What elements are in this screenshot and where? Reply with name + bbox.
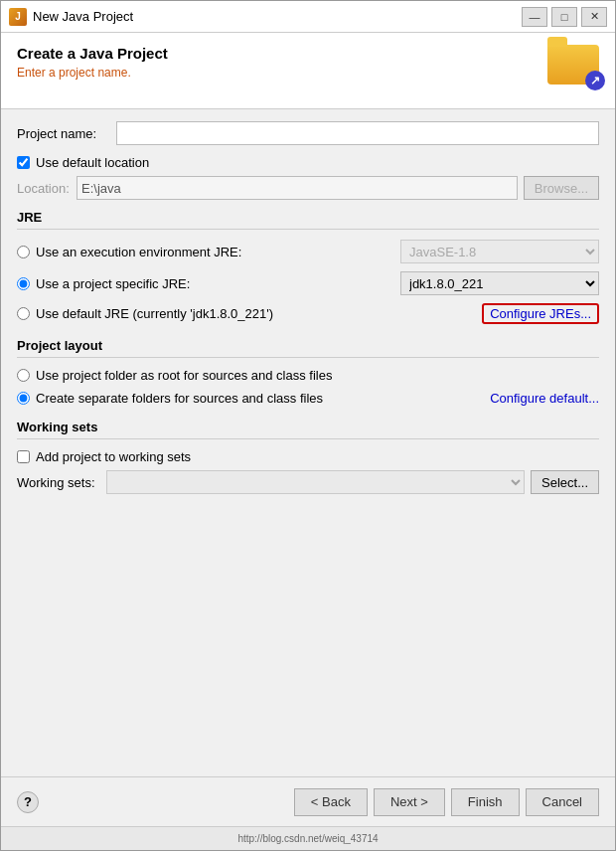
back-button[interactable]: < Back: [294, 788, 368, 816]
jre-option1-radio[interactable]: [17, 246, 30, 258]
next-button[interactable]: Next >: [374, 788, 445, 816]
cancel-button[interactable]: Cancel: [526, 788, 599, 816]
location-label: Location:: [17, 181, 77, 196]
maximize-button[interactable]: □: [551, 7, 577, 27]
close-button[interactable]: ✕: [581, 7, 607, 27]
dialog-header: Create a Java Project Enter a project na…: [1, 33, 615, 109]
project-name-input[interactable]: [116, 121, 599, 145]
dialog-title: Create a Java Project: [17, 45, 168, 62]
project-name-label: Project name:: [17, 126, 116, 141]
project-layout-header: Project layout: [17, 338, 599, 358]
dialog-content: Project name: Use default location Locat…: [1, 109, 615, 776]
jre-option1-label: Use an execution environment JRE:: [36, 245, 241, 259]
location-row: Location: Browse...: [17, 176, 599, 200]
project-layout-section: Project layout Use project folder as roo…: [17, 338, 599, 406]
minimize-button[interactable]: —: [522, 7, 547, 27]
jre-option2-select[interactable]: jdk1.8.0_221: [400, 271, 599, 295]
layout-option1-row: Use project folder as root for sources a…: [17, 368, 599, 383]
window-title: New Java Project: [33, 9, 522, 24]
browse-button[interactable]: Browse...: [524, 176, 599, 200]
add-working-sets-label: Add project to working sets: [36, 449, 191, 464]
add-working-sets-checkbox[interactable]: [17, 450, 30, 463]
footer-left: ?: [17, 791, 39, 813]
jre-option2-label: Use a project specific JRE:: [36, 276, 190, 291]
layout-option1-radio[interactable]: [17, 369, 30, 382]
layout-option1-label: Use project folder as root for sources a…: [36, 368, 332, 383]
jre-option2-radio[interactable]: [17, 277, 30, 290]
footer-buttons: < Back Next > Finish Cancel: [294, 788, 599, 816]
dialog-subtitle: Enter a project name.: [17, 66, 168, 80]
use-default-location-checkbox[interactable]: [17, 156, 30, 169]
jre-section: JRE Use an execution environment JRE: Ja…: [17, 210, 599, 324]
jre-option2-row: Use a project specific JRE: jdk1.8.0_221: [17, 271, 599, 295]
working-sets-section: Working sets Add project to working sets…: [17, 420, 599, 494]
jre-option1-select[interactable]: JavaSE-1.8: [400, 240, 599, 263]
working-sets-select-button[interactable]: Select...: [531, 470, 599, 494]
dialog-footer: ? < Back Next > Finish Cancel: [1, 776, 615, 826]
add-working-sets-row: Add project to working sets: [17, 449, 599, 464]
header-icon: ↗: [547, 45, 599, 96]
working-sets-header: Working sets: [17, 420, 599, 439]
jre-option3-row: Use default JRE (currently 'jdk1.8.0_221…: [17, 303, 599, 324]
title-bar: J New Java Project — □ ✕: [1, 1, 615, 33]
layout-option2-label: Create separate folders for sources and …: [36, 391, 323, 406]
layout-option2-row: Create separate folders for sources and …: [17, 391, 599, 406]
working-sets-label: Working sets:: [17, 475, 106, 490]
folder-icon: ↗: [547, 45, 599, 85]
location-input[interactable]: [77, 176, 518, 200]
watermark: http://blog.csdn.net/weiq_43714: [1, 826, 615, 850]
main-window: J New Java Project — □ ✕ Create a Java P…: [0, 0, 616, 851]
working-sets-select[interactable]: [106, 470, 525, 494]
jre-option3-radio[interactable]: [17, 307, 30, 320]
layout-option2-radio[interactable]: [17, 392, 30, 405]
folder-arrow-icon: ↗: [585, 71, 605, 90]
configure-default-link[interactable]: Configure default...: [490, 391, 599, 406]
help-button[interactable]: ?: [17, 791, 39, 813]
app-icon: J: [9, 8, 27, 26]
header-text: Create a Java Project Enter a project na…: [17, 45, 168, 80]
working-sets-select-row: Working sets: Select...: [17, 470, 599, 494]
use-default-location-row: Use default location: [17, 155, 599, 170]
finish-button[interactable]: Finish: [451, 788, 520, 816]
use-default-location-label: Use default location: [36, 155, 149, 170]
project-name-row: Project name:: [17, 121, 599, 145]
jre-option3-label: Use default JRE (currently 'jdk1.8.0_221…: [36, 306, 273, 321]
window-controls: — □ ✕: [522, 7, 607, 27]
jre-option1-row: Use an execution environment JRE: JavaSE…: [17, 240, 599, 263]
jre-section-header: JRE: [17, 210, 599, 230]
configure-jres-link[interactable]: Configure JREs...: [482, 303, 599, 324]
